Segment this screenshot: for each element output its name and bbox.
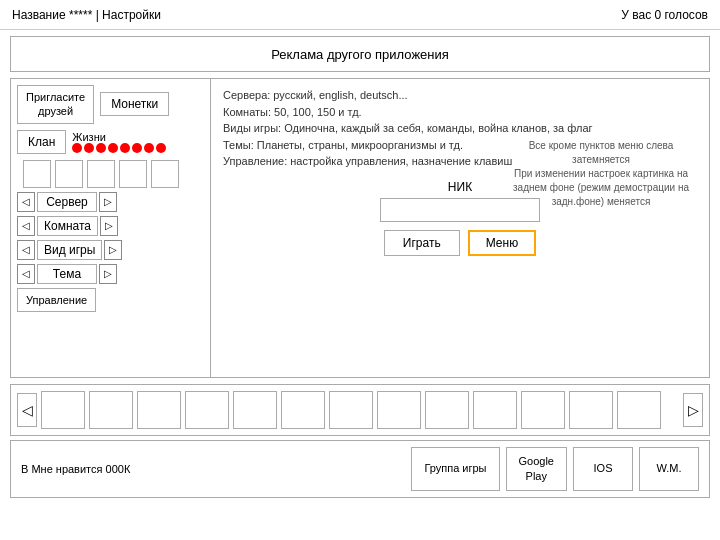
server-right-arrow[interactable]: ▷ xyxy=(99,192,117,212)
empty-box-5 xyxy=(151,160,179,188)
coins-button[interactable]: Монетки xyxy=(100,92,169,116)
right-panel: Сервера: русский, english, deutsch... Ко… xyxy=(211,79,709,377)
scroll-item-10[interactable] xyxy=(473,391,517,429)
main-area: Пригласитедрузей Монетки Клан Жизни xyxy=(10,78,710,378)
menu-server[interactable]: ◁ Сервер ▷ xyxy=(17,192,204,212)
theme-right-arrow[interactable]: ▷ xyxy=(99,264,117,284)
scroll-item-6[interactable] xyxy=(281,391,325,429)
ad-text: Реклама другого приложения xyxy=(271,47,449,62)
play-button[interactable]: Играть xyxy=(384,230,460,256)
server-label: Сервер xyxy=(37,192,97,212)
group-button[interactable]: Группа игры xyxy=(411,447,499,492)
left-panel: Пригласитедрузей Монетки Клан Жизни xyxy=(11,79,211,377)
empty-box-1 xyxy=(23,160,51,188)
votes-label: У вас 0 голосов xyxy=(621,8,708,22)
app-title: Название ***** | Настройки xyxy=(12,8,161,22)
gametype-left-arrow[interactable]: ◁ xyxy=(17,240,35,260)
info-line-1: Сервера: русский, english, deutsch... xyxy=(223,87,697,104)
play-menu-row: Играть Меню xyxy=(384,230,536,256)
room-right-arrow[interactable]: ▷ xyxy=(100,216,118,236)
life-dot-8 xyxy=(156,143,166,153)
scroll-item-5[interactable] xyxy=(233,391,277,429)
top-bar: Название ***** | Настройки У вас 0 голос… xyxy=(0,0,720,30)
empty-box-2 xyxy=(55,160,83,188)
nik-label: НИК xyxy=(448,180,472,194)
menu-gametype[interactable]: ◁ Вид игры ▷ xyxy=(17,240,204,260)
life-dot-4 xyxy=(108,143,118,153)
scroll-left-arrow[interactable]: ◁ xyxy=(17,393,37,427)
theme-label: Тема xyxy=(37,264,97,284)
top-row: Пригласитедрузей Монетки Клан Жизни xyxy=(17,85,204,188)
room-left-arrow[interactable]: ◁ xyxy=(17,216,35,236)
bottom-left-text: В Мне нравится 000К xyxy=(21,463,403,475)
life-dot-1 xyxy=(72,143,82,153)
gametype-right-arrow[interactable]: ▷ xyxy=(104,240,122,260)
gametype-label: Вид игры xyxy=(37,240,102,260)
lives-dots xyxy=(72,143,166,153)
scroll-item-12[interactable] xyxy=(569,391,613,429)
scroll-items xyxy=(41,391,679,429)
invite-button[interactable]: Пригласитедрузей xyxy=(17,85,94,124)
life-dot-3 xyxy=(96,143,106,153)
scroll-right-arrow[interactable]: ▷ xyxy=(683,393,703,427)
life-dot-5 xyxy=(120,143,130,153)
clan-button[interactable]: Клан xyxy=(17,130,66,154)
scroll-item-4[interactable] xyxy=(185,391,229,429)
life-dot-2 xyxy=(84,143,94,153)
scroll-item-7[interactable] xyxy=(329,391,373,429)
life-dot-6 xyxy=(132,143,142,153)
server-left-arrow[interactable]: ◁ xyxy=(17,192,35,212)
bottom-buttons: Группа игры GooglePlay IOS W.M. xyxy=(411,447,699,492)
menu-button[interactable]: Меню xyxy=(468,230,536,256)
menu-theme[interactable]: ◁ Тема ▷ xyxy=(17,264,204,284)
hint-text: Все кроме пунктов меню слева затемняется… xyxy=(501,139,701,209)
scroll-item-3[interactable] xyxy=(137,391,181,429)
scroll-area: ◁ ▷ xyxy=(10,384,710,436)
scroll-item-8[interactable] xyxy=(377,391,421,429)
ios-button[interactable]: IOS xyxy=(573,447,633,492)
scroll-item-11[interactable] xyxy=(521,391,565,429)
scroll-item-13[interactable] xyxy=(617,391,661,429)
empty-box-3 xyxy=(87,160,115,188)
room-label: Комната xyxy=(37,216,98,236)
scroll-item-2[interactable] xyxy=(89,391,133,429)
menu-control[interactable]: Управление xyxy=(17,288,204,312)
empty-box-4 xyxy=(119,160,147,188)
lives-label: Жизни xyxy=(72,131,106,143)
scroll-item-1[interactable] xyxy=(41,391,85,429)
info-line-3: Виды игры: Одиночна, каждый за себя, ком… xyxy=(223,120,697,137)
control-button[interactable]: Управление xyxy=(17,288,96,312)
life-dot-7 xyxy=(144,143,154,153)
theme-left-arrow[interactable]: ◁ xyxy=(17,264,35,284)
bottom-bar: В Мне нравится 000К Группа игры GooglePl… xyxy=(10,440,710,498)
google-play-button[interactable]: GooglePlay xyxy=(506,447,567,492)
wm-button[interactable]: W.M. xyxy=(639,447,699,492)
ad-banner: Реклама другого приложения xyxy=(10,36,710,72)
info-line-2: Комнаты: 50, 100, 150 и тд. xyxy=(223,104,697,121)
scroll-item-9[interactable] xyxy=(425,391,469,429)
menu-room[interactable]: ◁ Комната ▷ xyxy=(17,216,204,236)
empty-boxes xyxy=(23,160,179,188)
